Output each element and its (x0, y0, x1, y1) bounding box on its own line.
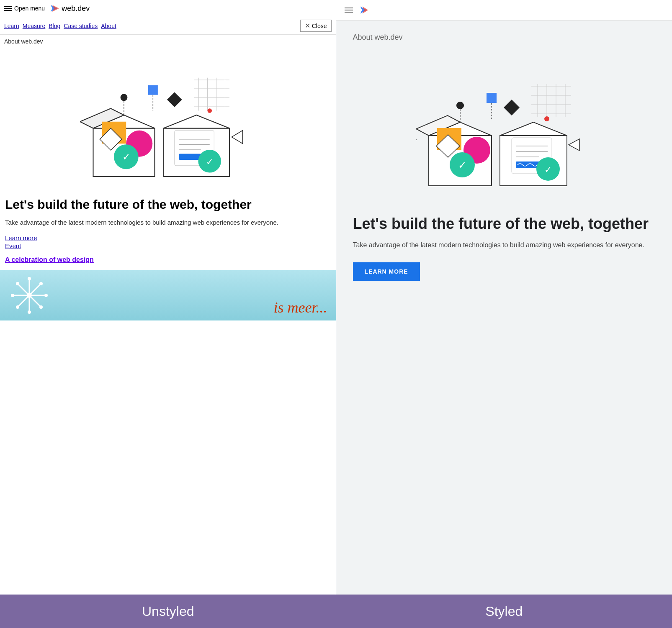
about-label-left: About web.dev (0, 35, 336, 48)
cursive-preview-text: is meer... (274, 299, 327, 316)
logo-icon-right (359, 5, 369, 15)
svg-rect-21 (148, 85, 158, 95)
hamburger-icon (4, 6, 12, 11)
svg-marker-11 (163, 115, 229, 128)
svg-rect-70 (487, 93, 497, 103)
hamburger-icon-right[interactable] (345, 8, 353, 13)
right-description: Take advantage of the latest modern tech… (353, 240, 656, 251)
svg-point-19 (120, 94, 127, 101)
bottom-labels: Unstyled Styled (0, 595, 672, 628)
svg-point-38 (27, 293, 32, 298)
site-name-left: web.dev (62, 4, 90, 13)
svg-marker-58 (500, 122, 567, 136)
illustration-area-right: ✓ ✓ (353, 52, 656, 202)
svg-point-44 (39, 305, 43, 309)
open-menu-button[interactable]: Open menu (4, 5, 45, 12)
left-content: Let's build the future of the web, toget… (0, 190, 336, 270)
snowflake-preview: is meer... (0, 270, 336, 320)
svg-marker-66 (569, 139, 579, 151)
svg-point-32 (207, 108, 212, 113)
left-description: Take advantage of the latest modern tech… (5, 218, 331, 228)
close-icon: ✕ (305, 22, 310, 30)
svg-text:✓: ✓ (122, 151, 130, 162)
logo-left: web.dev (49, 3, 90, 13)
right-title: Let's build the future of the web, toget… (353, 214, 656, 233)
svg-point-43 (16, 282, 19, 285)
nav-link-learn[interactable]: Learn (4, 23, 19, 29)
svg-text:✓: ✓ (458, 159, 466, 171)
menu-button-label: Open menu (14, 5, 45, 12)
svg-marker-72 (504, 100, 520, 115)
svg-point-81 (544, 116, 549, 121)
nav-links: Learn Measure Blog Case studies About (4, 23, 299, 29)
svg-marker-23 (167, 92, 182, 107)
event-link[interactable]: Event (5, 242, 331, 249)
celebration-link[interactable]: A celebration of web design (5, 256, 94, 263)
nav-link-about[interactable]: About (101, 23, 116, 29)
svg-text:✓: ✓ (544, 164, 552, 175)
svg-text:✓: ✓ (206, 156, 214, 166)
learn-more-button[interactable]: LEARN MORE (353, 262, 420, 281)
close-button-label: Close (312, 23, 327, 29)
svg-marker-33 (232, 130, 242, 144)
left-panel: Open menu web.dev Learn Measure Blog Cas… (0, 0, 336, 595)
right-panel: About web.dev ✓ (336, 0, 672, 595)
hero-illustration-left: ✓ ✓ (80, 54, 256, 185)
styled-label: Styled (485, 604, 523, 619)
svg-point-40 (28, 310, 31, 314)
illustration-area-left: ✓ ✓ (0, 48, 336, 190)
learn-more-link[interactable]: Learn more (5, 234, 331, 241)
left-nav: Learn Measure Blog Case studies About ✕ … (0, 17, 336, 35)
svg-point-68 (456, 102, 464, 109)
svg-point-46 (16, 305, 19, 309)
nav-link-case-studies[interactable]: Case studies (64, 23, 98, 29)
right-header (336, 0, 672, 21)
svg-point-41 (11, 294, 14, 297)
left-header: Open menu web.dev (0, 0, 336, 17)
left-links: Learn more Event (5, 234, 331, 249)
svg-point-45 (39, 282, 43, 285)
right-content: About web.dev ✓ (336, 21, 672, 293)
hero-illustration-right: ✓ ✓ (416, 60, 592, 194)
svg-point-42 (44, 294, 48, 297)
bottom-label-unstyled: Unstyled (0, 595, 336, 628)
nav-link-measure[interactable]: Measure (23, 23, 45, 29)
logo-icon-left (49, 3, 59, 13)
bottom-label-styled: Styled (336, 595, 672, 628)
snowflake-icon (8, 274, 50, 316)
about-label-right: About web.dev (353, 33, 656, 42)
unstyled-label: Unstyled (142, 604, 194, 619)
left-title: Let's build the future of the web, toget… (5, 197, 331, 212)
nav-link-blog[interactable]: Blog (49, 23, 60, 29)
svg-point-39 (28, 277, 31, 280)
close-button[interactable]: ✕ Close (300, 20, 332, 32)
